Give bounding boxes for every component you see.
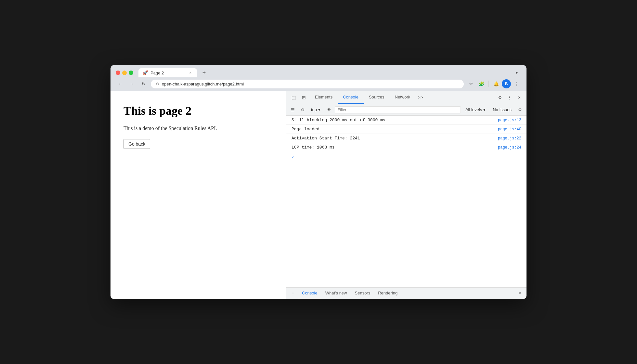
new-tab-button[interactable]: + <box>200 68 209 77</box>
maximize-window-button[interactable] <box>129 71 133 75</box>
profile-button[interactable]: B <box>502 79 511 88</box>
drawer-tab-rendering[interactable]: Rendering <box>374 288 401 299</box>
drawer-tab-what's-new[interactable]: What's new <box>321 288 351 299</box>
extension-button[interactable]: 🧩 <box>477 79 486 88</box>
minimize-window-button[interactable] <box>122 71 127 75</box>
console-message-text: Page loaded <box>292 127 319 132</box>
console-message: LCP time: 1068 ms page.js:24 <box>286 143 526 152</box>
address-bar: ← → ↻ ⊙ open-chalk-asparagus.glitch.me/p… <box>110 77 526 91</box>
device-toggle-button[interactable]: ⊞ <box>299 93 308 102</box>
security-icon: ⊙ <box>156 82 159 86</box>
devtools-settings-button[interactable]: ⚙ <box>495 93 504 102</box>
console-filter-input[interactable] <box>335 106 461 113</box>
drawer-close-button[interactable]: × <box>516 290 524 297</box>
levels-arrow-icon: ▾ <box>483 107 486 112</box>
chrome-menu-button[interactable]: ⋮ <box>512 79 521 88</box>
url-bar[interactable]: ⊙ open-chalk-asparagus.glitch.me/page2.h… <box>151 80 464 88</box>
title-bar: 🚀 Page 2 × + ▾ <box>110 65 526 77</box>
console-toolbar: ☰ ⊘ top ▾ 👁 All levels ▾ No Issues ⚙ <box>286 104 526 116</box>
console-settings-button[interactable]: ⚙ <box>516 106 524 114</box>
address-actions: ☆ 🧩 🔔 B ⋮ <box>466 79 521 88</box>
devtools-right-icons: ⚙ ⋮ × <box>495 93 524 102</box>
console-sidebar-button[interactable]: ☰ <box>289 106 297 114</box>
drawer-more-button[interactable]: ⋮ <box>289 290 297 297</box>
tab-sources[interactable]: Sources <box>364 91 390 104</box>
tab-network[interactable]: Network <box>390 91 416 104</box>
bookmark-button[interactable]: ☆ <box>466 79 475 88</box>
context-selector[interactable]: top ▾ <box>308 106 323 113</box>
context-label: top <box>311 107 317 112</box>
tab-title: Page 2 <box>150 71 185 75</box>
console-message-text: Activation Start Time: 2241 <box>292 136 360 141</box>
levels-selector[interactable]: All levels ▾ <box>463 106 488 113</box>
console-chevron-icon[interactable]: › <box>292 154 294 159</box>
console-clear-button[interactable]: ⊘ <box>299 106 306 114</box>
inspect-element-button[interactable]: ⬚ <box>289 93 298 102</box>
close-window-button[interactable] <box>116 71 120 75</box>
forward-button[interactable]: → <box>127 79 136 88</box>
devtools-close-button[interactable]: × <box>515 93 524 102</box>
tab-favicon-icon: 🚀 <box>142 70 148 75</box>
notification-button[interactable]: 🔔 <box>491 79 500 88</box>
console-message: Activation Start Time: 2241 page.js:22 <box>286 134 526 143</box>
console-message-link[interactable]: page.js:22 <box>498 136 521 141</box>
console-message-link[interactable]: page.js:13 <box>498 118 521 123</box>
no-issues-badge: No Issues <box>490 106 514 113</box>
devtools-tabs: Elements Console Sources Network >> <box>310 91 494 104</box>
console-messages: Still blocking 2000 ms out of 3000 ms pa… <box>286 116 526 287</box>
console-message-link[interactable]: page.js:24 <box>498 145 521 150</box>
tab-dropdown-button[interactable]: ▾ <box>512 68 521 77</box>
drawer-tabs: ConsoleWhat's newSensorsRendering <box>298 288 515 299</box>
console-message: Page loaded page.js:40 <box>286 125 526 134</box>
devtools-more-button[interactable]: ⋮ <box>505 93 514 102</box>
reload-button[interactable]: ↻ <box>139 79 148 88</box>
console-message-link[interactable]: page.js:40 <box>498 127 521 132</box>
page-description: This is a demo of the Speculation Rules … <box>124 125 273 131</box>
tab-elements[interactable]: Elements <box>310 91 338 104</box>
console-message: Still blocking 2000 ms out of 3000 ms pa… <box>286 116 526 125</box>
console-eye-button[interactable]: 👁 <box>325 106 333 114</box>
page-content: This is page 2 This is a demo of the Spe… <box>110 91 286 299</box>
levels-label: All levels <box>465 107 482 112</box>
browser-content: This is page 2 This is a demo of the Spe… <box>110 91 526 299</box>
devtools-panel: ⬚ ⊞ Elements Console Sources Network >> … <box>286 91 526 299</box>
tab-close-button[interactable]: × <box>188 70 193 75</box>
url-text: open-chalk-asparagus.glitch.me/page2.htm… <box>162 82 459 86</box>
tab-console[interactable]: Console <box>338 91 364 104</box>
page-heading: This is page 2 <box>124 104 273 118</box>
traffic-lights <box>116 71 133 75</box>
divider <box>488 81 489 87</box>
active-tab[interactable]: 🚀 Page 2 × <box>138 68 197 77</box>
drawer-tab-console[interactable]: Console <box>298 288 321 299</box>
console-prompt: › <box>286 152 526 161</box>
console-message-text: LCP time: 1068 ms <box>292 145 335 150</box>
browser-window: 🚀 Page 2 × + ▾ ← → ↻ ⊙ open-chalk-aspara… <box>110 65 526 299</box>
drawer-tab-sensors[interactable]: Sensors <box>351 288 374 299</box>
more-tabs-button[interactable]: >> <box>415 91 425 104</box>
context-arrow-icon: ▾ <box>318 107 320 112</box>
go-back-button[interactable]: Go back <box>124 139 150 149</box>
devtools-toolbar: ⬚ ⊞ Elements Console Sources Network >> … <box>286 91 526 104</box>
back-button[interactable]: ← <box>116 79 125 88</box>
devtools-drawer: ⋮ ConsoleWhat's newSensorsRendering × <box>286 287 526 299</box>
console-message-text: Still blocking 2000 ms out of 3000 ms <box>292 118 385 123</box>
